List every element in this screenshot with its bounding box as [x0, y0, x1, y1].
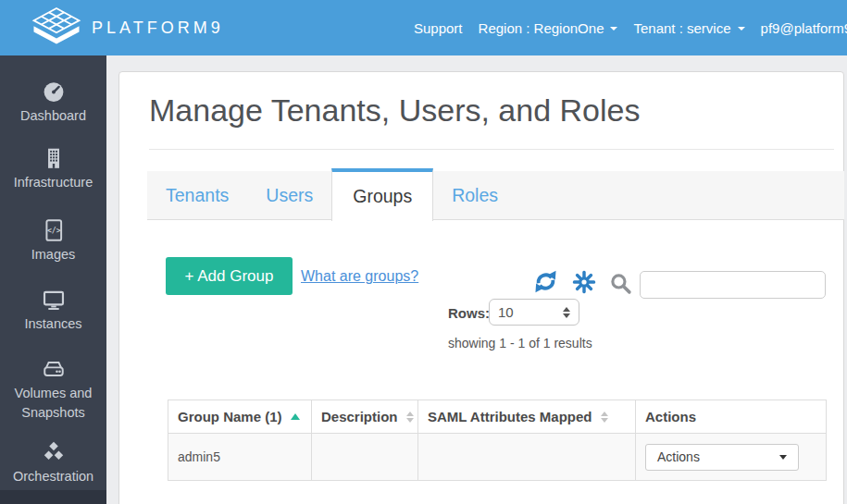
top-bar: PLATFORM9 Support Region : RegionOne Ten… [0, 0, 847, 55]
sidebar-item-label: Orchestration [13, 469, 93, 484]
search-input[interactable] [640, 271, 826, 299]
cell-description [312, 434, 418, 481]
groups-table: Group Name (1) Description SAML Attribut… [168, 400, 827, 481]
what-are-groups-link[interactable]: What are groups? [301, 268, 418, 285]
table-row: admin5 Actions [168, 434, 827, 481]
page-title: Manage Tenants, Users, and Roles [149, 92, 640, 129]
sidebar-item-dashboard[interactable]: Dashboard [0, 80, 106, 126]
sidebar-item-instances[interactable]: Instances [0, 288, 106, 334]
results-count-text: showing 1 - 1 of 1 results [448, 336, 592, 350]
rows-per-page-select[interactable]: 10 [489, 299, 579, 326]
top-navigation: Support Region : RegionOne Tenant : serv… [414, 0, 847, 55]
hard-drive-icon [42, 357, 66, 381]
search-icon [609, 272, 632, 295]
sort-icon [406, 412, 414, 423]
cubes-icon [42, 440, 66, 464]
chevron-down-icon [610, 27, 617, 31]
add-group-button[interactable]: + Add Group [166, 257, 293, 295]
column-header-saml-attributes[interactable]: SAML Attributes Mapped [418, 400, 636, 434]
tenant-dropdown[interactable]: Tenant : service [633, 20, 744, 36]
gauge-icon [42, 80, 66, 104]
chevron-down-icon [738, 27, 745, 31]
cell-group-name: admin5 [168, 434, 312, 481]
gear-icon[interactable] [572, 270, 596, 294]
cell-actions: Actions [636, 434, 827, 481]
sort-ascending-icon [291, 413, 300, 420]
building-icon [42, 146, 66, 170]
sidebar-item-orchestration[interactable]: Orchestration [0, 440, 106, 486]
sidebar-item-label: Volumes and Snapshots [15, 386, 93, 420]
rows-select-value: 10 [498, 304, 514, 320]
support-link[interactable]: Support [414, 20, 463, 36]
sidebar-item-volumes-snapshots[interactable]: Volumes and Snapshots [0, 357, 106, 423]
refresh-icon[interactable] [533, 269, 558, 294]
column-header-actions: Actions [636, 400, 827, 434]
chevron-down-icon [779, 455, 787, 460]
file-code-icon: </> [42, 218, 66, 242]
sidebar-item-infrastructure[interactable]: Infrastructure [0, 146, 106, 192]
title-divider [149, 149, 834, 150]
sidebar-bottom-strip [0, 490, 106, 504]
select-arrows-icon [563, 307, 570, 318]
tab-tenants[interactable]: Tenants [147, 171, 247, 219]
tab-groups[interactable]: Groups [331, 168, 433, 221]
monitor-icon [42, 288, 66, 312]
user-account-menu[interactable]: pf9@platform9.net [761, 20, 847, 36]
column-header-group-name[interactable]: Group Name (1) [168, 400, 312, 434]
row-actions-dropdown[interactable]: Actions [645, 444, 799, 471]
svg-text:</>: </> [46, 226, 60, 235]
rows-label: Rows: [448, 305, 490, 321]
brand-name: PLATFORM9 [92, 18, 224, 38]
region-dropdown[interactable]: Region : RegionOne [479, 20, 618, 36]
sidebar: Dashboard Infrastructure </> Images I [0, 55, 106, 504]
tab-users[interactable]: Users [247, 171, 331, 219]
tab-bar: Tenants Users Groups Roles [147, 171, 844, 220]
sidebar-item-images[interactable]: </> Images [0, 218, 106, 264]
sidebar-item-label: Dashboard [20, 108, 86, 123]
table-header-row: Group Name (1) Description SAML Attribut… [168, 400, 827, 434]
sidebar-item-label: Instances [24, 316, 81, 331]
platform9-logo-icon [31, 6, 82, 49]
platform9-logo[interactable]: PLATFORM9 [31, 6, 224, 49]
sort-icon [601, 412, 608, 423]
sidebar-item-label: Infrastructure [14, 175, 93, 190]
sidebar-item-label: Images [31, 247, 76, 262]
main-panel: Manage Tenants, Users, and Roles Tenants… [118, 71, 844, 504]
tab-roles[interactable]: Roles [433, 171, 517, 219]
column-header-description[interactable]: Description [312, 400, 418, 434]
cell-saml-attributes [418, 434, 636, 481]
